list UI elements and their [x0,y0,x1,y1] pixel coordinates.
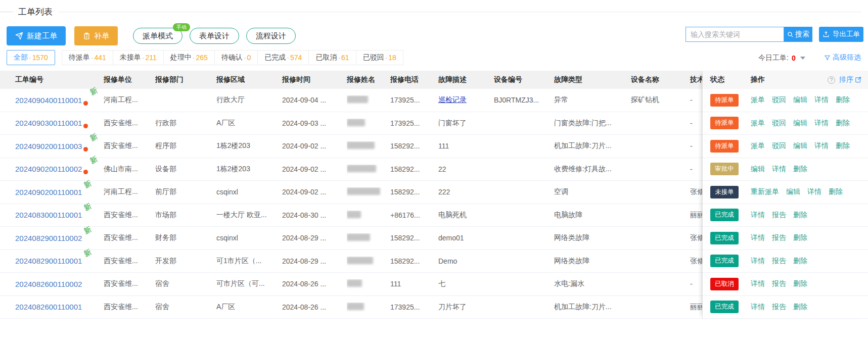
dept-cell: 开发部 [155,257,216,266]
action-link-详情[interactable]: 详情 [751,233,765,242]
dept-cell: 宿舍 [155,303,216,312]
action-link-报告[interactable]: 报告 [772,279,786,288]
order-number-link[interactable]: 2024090400110001 [15,96,82,105]
action-link-删除[interactable]: 删除 [793,257,807,266]
action-link-编辑[interactable]: 编辑 [793,95,807,105]
order-number-link[interactable]: 2024090200110002 [15,165,82,173]
order-id-cell: 2024083000110001新 [0,211,104,219]
action-link-删除[interactable]: 删除 [836,95,850,105]
action-link-删除[interactable]: 删除 [793,211,807,220]
flow-design-button[interactable]: 流程设计 [246,28,296,44]
table-row: 2024090300110001西安雀维...行政部A厂区2024-09-03 … [0,112,716,135]
action-link-详情[interactable]: 详情 [814,141,829,151]
action-link-派单[interactable]: 派单 [751,141,765,151]
area-cell: A厂区 [216,119,282,128]
action-link-删除[interactable]: 删除 [793,303,807,312]
status-tab-已完成[interactable]: 已完成·574 [257,50,309,65]
order-number-link[interactable]: 2024090200110001 [15,188,82,196]
action-link-报告[interactable]: 报告 [772,233,786,242]
action-link-删除[interactable]: 删除 [836,141,850,151]
action-link-删除[interactable]: 删除 [836,119,850,128]
column-header-11: 设备名称 [631,75,690,84]
unit-cell: 西安雀维... [104,141,155,151]
status-tab-未接单[interactable]: 未接单·211 [113,50,164,65]
fixed-panel-row: 已完成详情报告删除 [703,250,868,273]
status-tab-待确认[interactable]: 待确认·0 [214,50,258,65]
action-link-编辑[interactable]: 编辑 [793,119,807,128]
action-link-派单[interactable]: 派单 [751,95,765,105]
supplement-label: 补单 [94,31,109,41]
red-dot-icon [83,101,88,106]
action-link-详情[interactable]: 详情 [751,257,765,266]
phone-cell: 158292... [390,142,438,150]
supplement-order-button[interactable]: 补单 [74,26,118,45]
order-number-link[interactable]: 2024090200110003 [15,142,82,151]
export-orders-button[interactable]: 导出工单 [819,27,863,42]
action-link-编辑[interactable]: 编辑 [793,141,807,151]
inspection-record-link[interactable]: 巡检记录 [438,95,467,104]
action-link-派单[interactable]: 派单 [751,119,765,128]
help-circle-icon[interactable]: ? [828,76,835,84]
order-id-cell: 2024090200110002新 [0,164,104,174]
order-number-link[interactable]: 2024082600110002 [15,280,82,288]
status-tab-处理中[interactable]: 处理中·265 [163,50,215,65]
red-dot-icon [83,170,88,174]
new-stamp-icon: 新 [83,248,93,259]
action-link-详情[interactable]: 详情 [772,165,786,174]
search-button[interactable]: 搜索 [784,27,812,42]
device-no-cell: BJ0RTMZJ3... [494,96,554,104]
action-link-报告[interactable]: 报告 [772,303,786,312]
action-link-详情[interactable]: 详情 [751,303,765,312]
redacted-name [347,95,368,103]
column-header-2: 报修单位 [104,75,155,84]
new-order-button[interactable]: 新建工单 [7,26,66,45]
order-number-link[interactable]: 2024082600110001 [15,303,82,311]
action-link-编辑[interactable]: 编辑 [786,187,800,196]
action-link-详情[interactable]: 详情 [751,279,765,288]
action-link-详情[interactable]: 详情 [807,187,821,196]
status-tab-已驳回[interactable]: 已驳回·18 [356,50,403,65]
order-number-link[interactable]: 2024082900110001 [15,257,82,265]
fault-desc-cell: 巡检记录 [438,95,494,105]
action-link-删除[interactable]: 删除 [793,233,807,242]
dept-cell: 程序部 [155,141,216,151]
advanced-filter-button[interactable]: 高级筛选 [824,53,861,62]
reporter-name-cell [347,257,390,266]
action-link-详情[interactable]: 详情 [814,119,829,128]
order-number-link[interactable]: 2024082900110002 [15,234,82,242]
unit-cell: 西安雀维... [104,233,155,242]
form-design-button[interactable]: 表单设计 [190,28,239,44]
action-link-报告[interactable]: 报告 [772,211,786,220]
action-link-删除[interactable]: 删除 [829,187,843,196]
order-number-link[interactable]: 2024083000110001 [15,211,82,219]
table-row: 2024082600110002西安雀维...宿舍可市片区（可...2024-0… [0,273,716,296]
area-cell: csqinxl [216,188,282,196]
action-link-驳回[interactable]: 驳回 [772,141,786,151]
sort-button[interactable]: 排序 [839,75,862,84]
action-link-驳回[interactable]: 驳回 [772,119,786,128]
area-cell: csqinxl [216,234,282,242]
action-link-删除[interactable]: 删除 [793,279,807,288]
action-link-详情[interactable]: 详情 [814,95,829,105]
search-input[interactable] [686,27,784,42]
order-number-link[interactable]: 2024090300110001 [15,119,82,127]
today-orders-count: 0 [792,54,796,62]
today-orders[interactable]: 今日工单: 0 [758,54,805,63]
new-stamp-icon: 新 [83,179,93,190]
action-link-驳回[interactable]: 驳回 [772,95,786,105]
order-id-cell: 2024090200110003新 [0,141,104,152]
reporter-name-cell [347,211,390,220]
compose-icon [855,76,862,83]
fault-type-cell: 电脑故障 [554,211,631,220]
time-cell: 2024-09-04 ... [282,96,347,104]
action-link-报告[interactable]: 报告 [772,257,786,266]
action-link-重新派单[interactable]: 重新派单 [751,187,779,196]
action-link-删除[interactable]: 删除 [793,165,807,174]
action-link-详情[interactable]: 详情 [751,211,765,220]
status-tab-已取消[interactable]: 已取消·61 [308,50,356,65]
action-link-编辑[interactable]: 编辑 [751,165,765,174]
status-tab-全部[interactable]: 全部·1570 [7,50,55,65]
search-button-label: 搜索 [795,30,809,39]
status-tab-待派单[interactable]: 待派单·441 [62,50,113,65]
dispatch-mode-button[interactable]: 派单模式 手动 [133,28,182,44]
